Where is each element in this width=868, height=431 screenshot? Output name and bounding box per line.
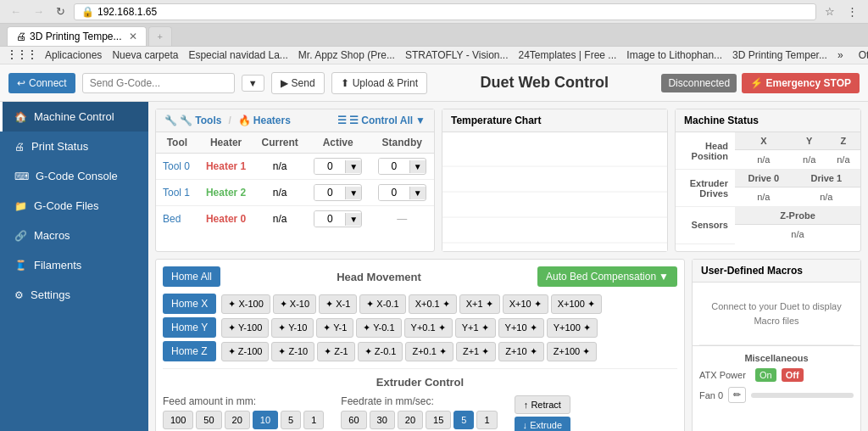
active-input-0[interactable]: ▼ <box>306 154 370 180</box>
sidebar-item-macros[interactable]: 🔗 Macros <box>0 221 148 250</box>
sidebar-item-settings[interactable]: ⚙ Settings <box>0 280 148 310</box>
tab-close[interactable]: ✕ <box>129 31 137 42</box>
refresh-button[interactable]: ↻ <box>53 3 69 20</box>
y-minus-1[interactable]: ✦ Y-1 <box>316 318 353 338</box>
bookmark-apps[interactable]: Aplicaciones <box>42 48 104 62</box>
fan-slider[interactable] <box>751 393 854 398</box>
z-minus-1[interactable]: ✦ Z-1 <box>317 342 355 361</box>
sidebar-item-filaments[interactable]: 🧵 Filaments <box>0 250 148 280</box>
x-plus-01[interactable]: X+0.1 ✦ <box>409 294 457 314</box>
z-plus-01[interactable]: Z+0.1 ✦ <box>405 342 453 361</box>
active-field-0[interactable] <box>314 159 345 174</box>
heater-name-1[interactable]: Heater 2 <box>198 180 254 206</box>
new-tab-button[interactable]: + <box>148 26 172 46</box>
feed-50[interactable]: 50 <box>196 411 221 429</box>
x-plus-100[interactable]: X+100 ✦ <box>551 294 602 314</box>
standby-field-1[interactable] <box>379 185 409 200</box>
x-plus-1[interactable]: X+1 ✦ <box>459 294 500 314</box>
x-minus-1[interactable]: ✦ X-1 <box>319 294 357 314</box>
gcode-input[interactable] <box>82 73 235 93</box>
menu-button[interactable]: ⋮ <box>843 3 861 20</box>
feedrate-1[interactable]: 1 <box>476 411 497 429</box>
z-minus-100[interactable]: ✦ Z-100 <box>221 342 270 361</box>
x-minus-01[interactable]: ✦ X-0.1 <box>359 294 405 314</box>
active-field-1[interactable] <box>314 185 345 200</box>
x-plus-10[interactable]: X+10 ✦ <box>503 294 548 314</box>
bookmark-folder[interactable]: Nueva carpeta <box>109 48 181 62</box>
active-field-2[interactable] <box>314 211 345 227</box>
feed-20[interactable]: 20 <box>225 411 250 429</box>
y-plus-10[interactable]: Y+10 ✦ <box>498 318 544 338</box>
z-minus-10[interactable]: ✦ Z-10 <box>271 342 314 361</box>
bookmark-3dprinting[interactable]: 3D Printing Temper... <box>730 48 830 62</box>
sidebar-item-machine-control[interactable]: 🏠 Machine Control <box>0 102 148 132</box>
tool-name-0[interactable]: Tool 0 <box>156 154 198 180</box>
emergency-stop-button[interactable]: ⚡ Emergency STOP <box>742 73 860 93</box>
feedrate-5[interactable]: 5 <box>453 411 474 429</box>
feedrate-30[interactable]: 30 <box>370 411 395 429</box>
sidebar-item-gcode-console[interactable]: ⌨ G-Code Console <box>0 161 148 191</box>
tool-name-1[interactable]: Tool 1 <box>156 180 198 206</box>
standby-input-1[interactable]: ▼ <box>370 180 434 206</box>
feedrate-15[interactable]: 15 <box>426 411 451 429</box>
active-tab[interactable]: 🖨 3D Printing Tempe... ✕ <box>7 26 147 46</box>
y-plus-1[interactable]: Y+1 ✦ <box>455 318 496 338</box>
y-plus-01[interactable]: Y+0.1 ✦ <box>404 318 453 338</box>
standby-arrow-0[interactable]: ▼ <box>409 160 426 173</box>
back-button[interactable]: ← <box>7 3 25 20</box>
active-input-2[interactable]: ▼ <box>306 206 370 232</box>
y-minus-01[interactable]: ✦ Y-0.1 <box>356 318 401 338</box>
standby-arrow-1[interactable]: ▼ <box>409 187 426 199</box>
active-arrow-0[interactable]: ▼ <box>345 160 361 173</box>
standby-input-0[interactable]: ▼ <box>370 154 434 180</box>
z-minus-01[interactable]: ✦ Z-0.1 <box>358 342 403 361</box>
retract-button[interactable]: ↑ Retract <box>515 395 570 414</box>
connect-button[interactable]: ↩ Connect <box>8 73 75 93</box>
x-minus-100[interactable]: ✦ X-100 <box>221 294 270 314</box>
feedrate-20[interactable]: 20 <box>398 411 423 429</box>
extrude-button[interactable]: ↓ Extrude <box>515 417 570 431</box>
bookmark-more[interactable]: » <box>835 48 846 62</box>
home-all-button[interactable]: Home All <box>163 266 220 287</box>
bookmark-24templates[interactable]: 24Templates | Free ... <box>516 48 620 62</box>
bookmark-stratofly[interactable]: STRATOFLY - Vision... <box>403 48 511 62</box>
forward-button[interactable]: → <box>30 3 47 20</box>
x-minus-10[interactable]: ✦ X-10 <box>273 294 316 314</box>
active-arrow-1[interactable]: ▼ <box>345 187 361 199</box>
standby-field-0[interactable] <box>379 159 409 174</box>
y-minus-10[interactable]: ✦ Y-10 <box>271 318 314 338</box>
url-bar[interactable]: 🔒 192.168.1.65 <box>74 3 816 20</box>
active-input-1[interactable]: ▼ <box>306 180 370 206</box>
z-plus-1[interactable]: Z+1 ✦ <box>456 342 496 361</box>
home-y-button[interactable]: Home Y <box>163 317 216 338</box>
bookmark-image[interactable]: Image to Lithophan... <box>624 48 725 62</box>
home-x-button[interactable]: Home X <box>163 294 216 314</box>
heaters-link[interactable]: 🔥 Heaters <box>238 115 291 126</box>
atx-on-button[interactable]: On <box>755 368 776 382</box>
upload-print-button[interactable]: ⬆ Upload & Print <box>331 72 427 94</box>
heater-name-2[interactable]: Heater 0 <box>198 206 254 232</box>
feed-100[interactable]: 100 <box>163 411 193 429</box>
auto-bed-button[interactable]: Auto Bed Compensation ▼ <box>537 266 677 287</box>
active-arrow-2[interactable]: ▼ <box>345 213 361 226</box>
fan-edit-button[interactable]: ✏ <box>728 387 746 403</box>
sidebar-item-print-status[interactable]: 🖨 Print Status <box>0 132 148 161</box>
sidebar-item-gcode-files[interactable]: 📁 G-Code Files <box>0 191 148 221</box>
star-button[interactable]: ☆ <box>821 3 838 20</box>
z-plus-10[interactable]: Z+10 ✦ <box>498 342 543 361</box>
tools-link[interactable]: 🔧 🔧 Tools <box>164 115 221 126</box>
y-minus-100[interactable]: ✦ Y-100 <box>221 318 269 338</box>
feedrate-60[interactable]: 60 <box>341 411 366 429</box>
heater-name-0[interactable]: Heater 1 <box>198 154 254 180</box>
z-plus-100[interactable]: Z+100 ✦ <box>547 342 598 361</box>
feed-10[interactable]: 10 <box>253 411 278 429</box>
control-all-dropdown[interactable]: ☰ ☰ Control All ▼ <box>337 115 426 126</box>
tool-name-2[interactable]: Bed <box>156 206 198 232</box>
y-plus-100[interactable]: Y+100 ✦ <box>547 318 598 338</box>
gcode-dropdown-button[interactable]: ▼ <box>242 75 264 92</box>
bookmark-especial[interactable]: Especial navidad La... <box>186 48 290 62</box>
bookmark-other[interactable]: Otros marcadores <box>856 48 868 62</box>
bookmark-mrappz[interactable]: Mr. Appz Shop (Pre... <box>296 48 398 62</box>
feed-5[interactable]: 5 <box>281 411 301 429</box>
home-z-button[interactable]: Home Z <box>163 341 216 361</box>
